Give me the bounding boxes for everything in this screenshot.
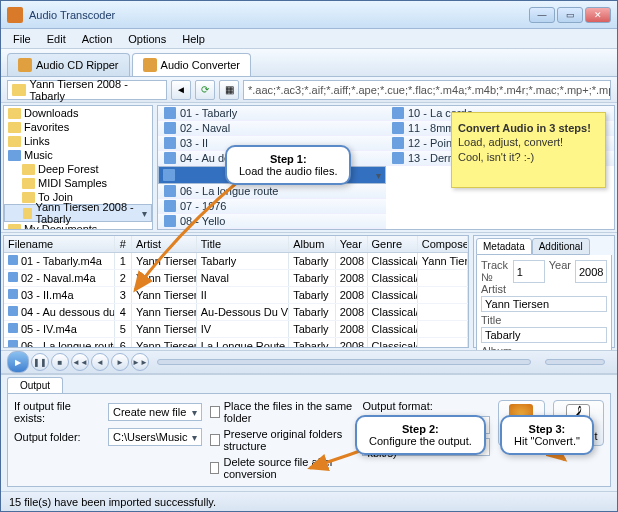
same-folder-checkbox[interactable] xyxy=(210,406,220,418)
minimize-button[interactable]: — xyxy=(529,7,555,23)
tab-converter[interactable]: Audio Converter xyxy=(132,53,252,76)
col-year[interactable]: Year xyxy=(336,236,368,252)
table-row[interactable]: 01 - Tabarly.m4a1Yann TiersenTabarlyTaba… xyxy=(4,253,468,270)
extensions-filter[interactable]: *.aac;*.ac3;*.aif;*.aiff;*.ape;*.cue;*.f… xyxy=(243,80,611,100)
main-tabs: Audio CD Ripper Audio Converter xyxy=(1,49,617,77)
output-tab[interactable]: Output xyxy=(7,377,63,393)
folder-icon xyxy=(12,84,26,96)
table-row[interactable]: 03 - II.m4a3Yann TiersenIITabarly2008Cla… xyxy=(4,287,468,304)
tree-node[interactable]: MIDI Samples xyxy=(4,176,152,190)
col-filename[interactable]: Filename xyxy=(4,236,115,252)
delete-checkbox[interactable] xyxy=(210,462,220,474)
tree-node[interactable]: Music xyxy=(4,148,152,162)
callout-step3: Step 3:Hit "Convert." xyxy=(500,415,594,455)
rewind-button[interactable]: ◄ xyxy=(91,353,109,371)
folder-icon xyxy=(22,192,35,203)
audio-icon xyxy=(164,152,176,164)
col-album[interactable]: Album xyxy=(289,236,336,252)
table-row[interactable]: 05 - IV.m4a5Yann TiersenIVTabarly2008Cla… xyxy=(4,321,468,338)
status-bar: 15 file(s) have been imported successful… xyxy=(1,491,617,511)
menu-edit[interactable]: Edit xyxy=(39,31,74,47)
col-genre[interactable]: Genre xyxy=(368,236,418,252)
tree-node[interactable]: Yann Tiersen 2008 - Tabarly xyxy=(4,204,152,222)
tree-node[interactable]: Links xyxy=(4,134,152,148)
audio-icon xyxy=(164,122,176,134)
app-icon xyxy=(7,7,23,23)
track-number-input[interactable] xyxy=(513,260,545,283)
file-item[interactable]: 01 - Tabarly xyxy=(158,106,386,121)
close-button[interactable]: ✕ xyxy=(585,7,611,23)
tab-ripper[interactable]: Audio CD Ripper xyxy=(7,53,130,76)
artist-input[interactable] xyxy=(481,296,607,312)
year-input[interactable] xyxy=(575,260,607,283)
play-button[interactable]: ▶ xyxy=(7,351,29,373)
audio-icon xyxy=(8,323,18,333)
track-grid[interactable]: Filename # Artist Title Album Year Genre… xyxy=(3,235,469,348)
audio-icon xyxy=(8,340,18,347)
folder-tree[interactable]: DownloadsFavoritesLinksMusicDeep ForestM… xyxy=(3,105,153,230)
folder-icon xyxy=(8,224,21,231)
audio-icon xyxy=(164,185,176,197)
titlebar: Audio Transcoder — ▭ ✕ xyxy=(1,1,617,29)
output-folder-select[interactable]: C:\Users\Music xyxy=(108,428,202,446)
pause-button[interactable]: ❚❚ xyxy=(31,353,49,371)
file-item[interactable]: 09 - Point zéro xyxy=(158,229,386,230)
audio-icon xyxy=(163,169,175,181)
audio-icon xyxy=(392,122,404,134)
menu-file[interactable]: File xyxy=(5,31,39,47)
view-button[interactable]: ▦ xyxy=(219,80,239,100)
player-bar: ▶ ❚❚ ■ ◄◄ ◄ ► ►► xyxy=(1,350,617,374)
file-item[interactable]: 07 - 1976 xyxy=(158,199,386,214)
audio-icon xyxy=(392,152,404,164)
file-item[interactable]: 02 - Naval xyxy=(158,121,386,136)
table-row[interactable]: 02 - Naval.m4a2Yann TiersenNavalTabarly2… xyxy=(4,270,468,287)
preserve-checkbox[interactable] xyxy=(210,434,220,446)
audio-icon xyxy=(164,215,176,227)
menu-action[interactable]: Action xyxy=(74,31,121,47)
menu-help[interactable]: Help xyxy=(174,31,213,47)
nav-back-button[interactable]: ◄ xyxy=(171,80,191,100)
table-row[interactable]: 06 - La longue route.m4a6Yann TiersenLa … xyxy=(4,338,468,347)
prev-button[interactable]: ◄◄ xyxy=(71,353,89,371)
folder-icon xyxy=(8,136,21,147)
menubar: File Edit Action Options Help xyxy=(1,29,617,49)
volume-slider[interactable] xyxy=(545,359,605,365)
grid-header: Filename # Artist Title Album Year Genre… xyxy=(4,236,468,253)
window-title: Audio Transcoder xyxy=(29,9,529,21)
folder-icon xyxy=(22,178,35,189)
col-num[interactable]: # xyxy=(115,236,132,252)
audio-icon xyxy=(8,272,18,282)
folder-combo[interactable]: Yann Tiersen 2008 - Tabarly xyxy=(7,80,167,100)
audio-icon xyxy=(8,255,18,265)
file-item[interactable]: 08 - Yello xyxy=(158,214,386,229)
forward-button[interactable]: ► xyxy=(111,353,129,371)
metadata-pane: Metadata Additional Track № Year Artist … xyxy=(473,235,615,348)
audio-icon xyxy=(8,306,18,316)
exists-select[interactable]: Create new file xyxy=(108,403,202,421)
col-artist[interactable]: Artist xyxy=(132,236,197,252)
col-title[interactable]: Title xyxy=(197,236,289,252)
tab-metadata[interactable]: Metadata xyxy=(476,238,532,255)
seek-slider[interactable] xyxy=(157,359,531,365)
file-item[interactable]: 06 - La longue route xyxy=(158,184,386,199)
audio-icon xyxy=(164,137,176,149)
path-toolbar: Yann Tiersen 2008 - Tabarly ◄ ⟳ ▦ *.aac;… xyxy=(1,77,617,103)
folder-icon xyxy=(23,208,32,219)
table-row[interactable]: 04 - Au dessous du...4Yann TiersenAu-Des… xyxy=(4,304,468,321)
callout-step1: Step 1:Load the audio files. xyxy=(225,145,351,185)
next-button[interactable]: ►► xyxy=(131,353,149,371)
title-input[interactable] xyxy=(481,327,607,343)
tree-node[interactable]: Downloads xyxy=(4,106,152,120)
tree-node[interactable]: Deep Forest xyxy=(4,162,152,176)
stop-button[interactable]: ■ xyxy=(51,353,69,371)
audio-icon xyxy=(392,107,404,119)
audio-icon xyxy=(8,289,18,299)
maximize-button[interactable]: ▭ xyxy=(557,7,583,23)
refresh-button[interactable]: ⟳ xyxy=(195,80,215,100)
col-composer[interactable]: Composer xyxy=(418,236,468,252)
tab-additional[interactable]: Additional xyxy=(532,238,590,255)
menu-options[interactable]: Options xyxy=(120,31,174,47)
audio-icon xyxy=(164,107,176,119)
tree-node[interactable]: Favorites xyxy=(4,120,152,134)
folder-icon xyxy=(8,122,21,133)
